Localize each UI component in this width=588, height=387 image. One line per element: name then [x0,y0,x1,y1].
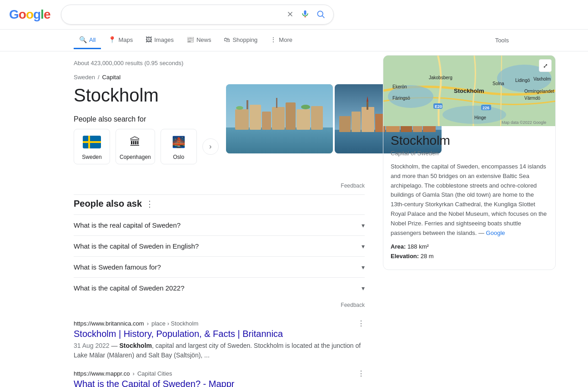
result-title-1[interactable]: Stockholm | History, Population, & Facts… [74,329,365,339]
svg-text:Vaxholm: Vaxholm [533,76,551,81]
knowledge-source-link[interactable]: Google [486,229,505,236]
svg-rect-31 [367,102,368,110]
paa-item-2[interactable]: What is the capital of Sweden in English… [74,235,365,256]
svg-rect-7 [226,127,333,153]
search-item-oslo[interactable]: 🌉 Oslo [161,129,197,164]
people-also-ask-section: People also ask ⋮ What is the real capit… [74,199,365,312]
search-items-list: Sweden 🏛 Copenhagen 🌉 Oslo › [74,129,219,164]
clear-search-button[interactable] [285,9,295,20]
fact-area-label: Area: [391,243,406,250]
tab-more[interactable]: ⋮ More [265,31,298,49]
svg-text:Ormingelandet: Ormingelandet [524,89,554,94]
paa-chevron-4: ▾ [362,285,365,292]
svg-point-17 [236,106,243,110]
svg-text:226: 226 [482,106,489,110]
tab-maps[interactable]: 📍 Maps [103,31,138,49]
svg-text:Solna: Solna [493,81,504,86]
paa-header: People also ask ⋮ [74,199,365,209]
svg-rect-22 [352,112,361,132]
result-url-line-2: https://www.mappr.co › Capital Cities ⋮ [74,369,365,378]
result-date-1: 31 Aug 2022 [74,342,110,349]
knowledge-body: Stockholm Capital of Sweden Stockholm, t… [383,126,555,270]
paa-question-3: What is Sweden famous for? [74,263,161,271]
result-title-2[interactable]: What is the Capital of Sweden? - Mappr [74,379,365,387]
tab-images-label: Images [154,36,174,43]
tab-images[interactable]: 🖼 Images [140,31,179,49]
images-icon: 🖼 [146,36,152,43]
paa-question-1: What is the real capital of Sweden? [74,221,181,229]
feedback-images[interactable]: Feedback [74,179,365,191]
paa-item-3[interactable]: What is Sweden famous for? ▾ [74,256,365,277]
maps-icon: 📍 [108,36,116,43]
svg-rect-13 [297,109,310,130]
paa-question-2: What is the capital of Sweden in English… [74,242,199,250]
main-content: About 423,000,000 results (0.95 seconds)… [0,55,588,387]
svg-rect-12 [286,102,296,130]
tools-button[interactable]: Tools [490,32,514,48]
breadcrumb-current: Capital [102,74,121,81]
result-options-1[interactable]: ⋮ [357,319,365,328]
tab-all[interactable]: 🔍 All [74,31,101,49]
map-expand-button[interactable]: ⤢ [539,59,552,72]
svg-rect-2 [304,10,307,15]
search-item-sweden[interactable]: Sweden [74,129,110,164]
voice-search-button[interactable] [300,9,311,21]
city-image-1[interactable] [226,84,333,153]
knowledge-map[interactable]: Stockholm Ekerön Färingsö Solna Lidingö … [383,56,555,126]
paa-feedback[interactable]: Feedback [74,298,365,312]
left-panel: About 423,000,000 results (0.95 seconds)… [74,55,365,387]
result-options-2[interactable]: ⋮ [357,369,365,378]
paa-item-1[interactable]: What is the real capital of Sweden? ▾ [74,214,365,235]
tab-shopping-label: Shopping [232,36,257,43]
tab-all-label: All [89,36,95,43]
search-item-copenhagen[interactable]: 🏛 Copenhagen [116,129,155,164]
google-logo: Google [9,7,50,22]
paa-chevron-3: ▾ [362,264,365,271]
search-input[interactable]: what's the capital of sweden [69,10,281,19]
breadcrumb-parent-link[interactable]: Sweden [74,74,95,81]
paa-menu-icon[interactable]: ⋮ [146,199,154,209]
knowledge-fact-elevation: Elevation: 28 m [391,253,548,260]
svg-point-4 [318,11,323,16]
svg-point-36 [442,106,506,124]
result-breadcrumb-2: › [133,370,135,377]
sweden-flag-icon [83,133,101,151]
results-count: About 423,000,000 results (0.95 seconds) [74,55,365,74]
result-url-1: https://www.britannica.com [74,320,144,327]
paa-item-4[interactable]: What is the capital of Sweden 2022? ▾ [74,277,365,298]
city-title: Stockholm [74,84,219,106]
svg-text:Färingsö: Färingsö [392,96,410,101]
fact-elevation-value: 28 m [421,253,434,260]
right-panel: Stockholm Ekerön Färingsö Solna Lidingö … [383,55,556,387]
tab-shopping[interactable]: 🛍 Shopping [218,31,263,49]
more-dots-icon: ⋮ [270,36,276,43]
svg-text:Stockholm: Stockholm [454,87,484,94]
result-url-2: https://www.mappr.co [74,370,130,377]
people-also-search: People also search for Sweden 🏛 Copenhag… [74,115,219,164]
search-items-next-button[interactable]: › [202,138,219,155]
result-breadcrumb-path-2: Capital Cities [137,370,172,377]
svg-text:Map data ©2022 Google: Map data ©2022 Google [502,120,546,125]
result-snippet-1: 31 Aug 2022 — Stockholm, capital and lar… [74,341,365,360]
people-also-search-title: People also search for [74,115,219,123]
paa-title: People also ask [74,199,142,209]
fact-area-value: 188 km² [407,243,429,250]
search-bar[interactable]: what's the capital of sweden [61,5,334,25]
divider-1 [74,194,365,195]
tab-news-label: News [196,36,211,43]
svg-rect-23 [362,107,374,132]
tab-news[interactable]: 📰 News [181,31,217,49]
svg-line-5 [322,15,325,18]
svg-text:Ekerön: Ekerön [392,84,407,89]
result-entry-2: https://www.mappr.co › Capital Cities ⋮ … [74,369,365,387]
knowledge-fact-area: Area: 188 km² [391,243,548,250]
search-bar-container: what's the capital of sweden [61,5,334,25]
shopping-icon: 🛍 [224,36,230,43]
search-item-oslo-label: Oslo [173,154,184,160]
svg-text:E20: E20 [435,104,442,109]
search-item-copenhagen-label: Copenhagen [120,154,151,160]
knowledge-title: Stockholm [391,133,548,148]
result-breadcrumb-1: › [147,320,149,327]
search-button[interactable] [315,9,326,21]
breadcrumb: Sweden / Capital [74,74,365,81]
